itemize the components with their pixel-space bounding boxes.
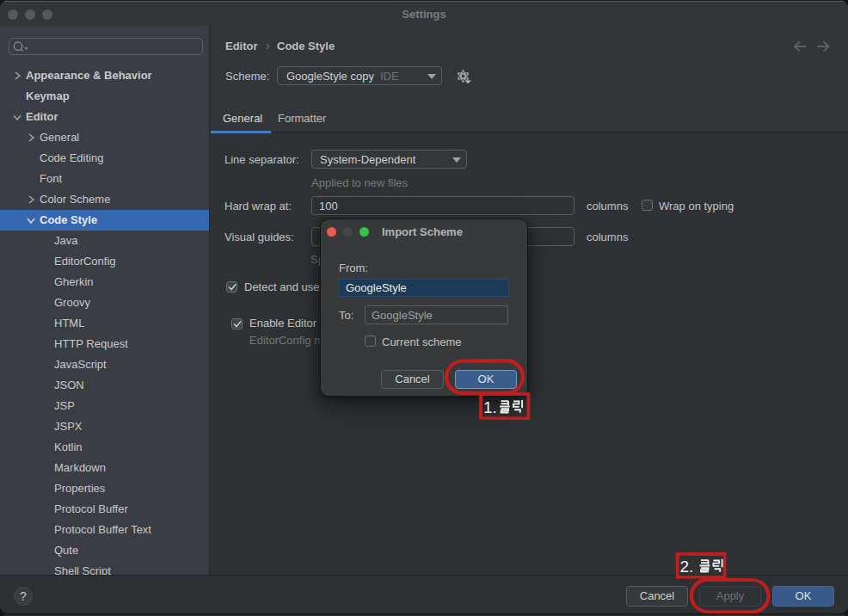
svg-text:1.: 1.	[483, 398, 497, 416]
svg-text:2.: 2.	[680, 557, 694, 576]
